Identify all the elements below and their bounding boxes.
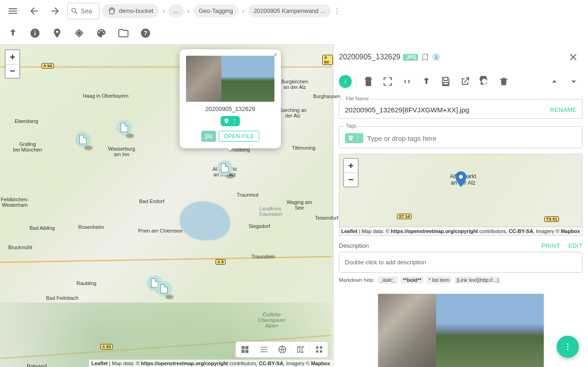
tags-field: Tags ⋮ bbox=[339, 126, 582, 148]
md-italic-chip: _italic_ bbox=[378, 276, 398, 284]
zoom-out-button[interactable]: − bbox=[6, 64, 19, 78]
breadcrumb-menu-button[interactable]: ⋮ bbox=[332, 6, 342, 15]
svg-rect-11 bbox=[345, 81, 346, 83]
fab-more-button[interactable] bbox=[557, 336, 579, 358]
mini-zoom-out[interactable]: − bbox=[344, 173, 358, 186]
filename-label: File Name bbox=[344, 96, 371, 101]
panel-title: 20200905_132629 bbox=[339, 53, 400, 61]
search-field[interactable] bbox=[67, 3, 99, 19]
edit-button[interactable]: EDIT bbox=[568, 242, 582, 249]
menu-button[interactable] bbox=[4, 2, 22, 20]
map-file-marker[interactable] bbox=[156, 281, 172, 297]
tag-location-chip[interactable]: ⋮ bbox=[345, 133, 363, 143]
svg-rect-1 bbox=[35, 32, 35, 35]
tags-input[interactable] bbox=[367, 134, 576, 142]
rename-button[interactable]: RENAME bbox=[550, 106, 576, 113]
next-item-button[interactable] bbox=[565, 73, 582, 90]
svg-rect-2 bbox=[35, 30, 35, 31]
more-icon: ⋮ bbox=[355, 135, 361, 141]
view-grid-button[interactable] bbox=[236, 342, 254, 357]
save-button[interactable] bbox=[437, 73, 454, 90]
view-map-button[interactable] bbox=[291, 342, 309, 357]
nav-forward-button[interactable] bbox=[46, 2, 64, 20]
details-panel: 20200905_132629 .JPG 1 bbox=[333, 44, 588, 367]
city-label: Burgkirchen an der Alz bbox=[281, 79, 309, 90]
upload-button[interactable] bbox=[4, 24, 22, 42]
breadcrumb-sep: › bbox=[186, 7, 191, 15]
description-label: Description bbox=[339, 242, 369, 249]
count-badge: 1 bbox=[432, 53, 440, 61]
city-label: Feldkirchen- Westerham bbox=[1, 197, 29, 208]
folder-button[interactable] bbox=[114, 24, 133, 42]
map-file-marker-active[interactable] bbox=[217, 160, 233, 176]
bookmark-icon[interactable] bbox=[421, 53, 429, 61]
panel-header: 20200905_132629 .JPG 1 bbox=[333, 44, 588, 70]
locate-me-button[interactable] bbox=[70, 24, 88, 42]
map-zoom-control: + − bbox=[5, 49, 20, 79]
popup-thumbnail[interactable] bbox=[186, 56, 274, 102]
refresh-button[interactable] bbox=[476, 73, 493, 90]
palette-button[interactable] bbox=[92, 24, 111, 42]
view-list-button[interactable] bbox=[254, 342, 273, 357]
breadcrumb-bucket-label: demo-bucket bbox=[119, 7, 153, 14]
popup-title: 20200905_132629 bbox=[186, 105, 274, 112]
pin-icon bbox=[223, 118, 230, 124]
open-external-button[interactable] bbox=[456, 73, 474, 90]
city-label: Garching an der Alz bbox=[279, 107, 307, 118]
md-list-chip: * list item bbox=[426, 276, 452, 284]
city-label: Traunreut bbox=[237, 192, 258, 198]
zoom-in-button[interactable]: + bbox=[6, 50, 19, 64]
map-file-marker[interactable] bbox=[75, 132, 91, 147]
mini-zoom-in[interactable]: + bbox=[344, 159, 358, 173]
topbar: demo-bucket › … › Geo-Tagging › 20200905… bbox=[0, 0, 588, 22]
city-label: Tittmoning bbox=[292, 145, 315, 151]
popup-location-badge[interactable]: ⋮ bbox=[221, 116, 240, 126]
city-label: Bad Aibling bbox=[29, 225, 55, 231]
detail-mini-map[interactable]: + − Altenmarkt an der Alz ST 14 TS 51 bbox=[339, 154, 582, 227]
breadcrumb-bucket[interactable]: demo-bucket bbox=[102, 4, 159, 18]
fullscreen-button[interactable] bbox=[379, 73, 396, 90]
description-box[interactable]: Double click to add description bbox=[339, 252, 582, 273]
filename-input[interactable] bbox=[345, 106, 547, 114]
map-toolbar: ? bbox=[0, 22, 588, 44]
view-tree-button[interactable] bbox=[309, 342, 328, 357]
panel-close-button[interactable] bbox=[564, 48, 582, 66]
location-pin-button[interactable] bbox=[48, 24, 66, 42]
svg-point-14 bbox=[567, 344, 568, 345]
breadcrumb-ellipsis[interactable]: … bbox=[169, 5, 184, 17]
help-button[interactable]: ? bbox=[136, 24, 155, 42]
print-button[interactable]: PRINT bbox=[541, 242, 560, 249]
city-label: Teisendorf bbox=[315, 215, 338, 221]
city-label: Bad Feilnbach bbox=[46, 295, 78, 301]
md-link-chip: [Link text](http://...) bbox=[454, 276, 501, 284]
upload-button[interactable] bbox=[418, 73, 435, 90]
panel-info-tab[interactable] bbox=[339, 75, 352, 88]
main-map[interactable]: A 94 A 94 A 8 A 93 Haag in Oberbayern Eb… bbox=[0, 44, 333, 367]
breadcrumb-file[interactable]: 20200905 Kampenwand ... bbox=[248, 5, 331, 17]
code-button[interactable] bbox=[398, 73, 416, 90]
svg-rect-9 bbox=[320, 350, 322, 353]
svg-point-15 bbox=[567, 346, 568, 347]
map-file-marker[interactable] bbox=[116, 120, 132, 135]
image-preview[interactable] bbox=[378, 294, 544, 367]
svg-point-16 bbox=[567, 349, 568, 350]
breadcrumb-folder[interactable]: Geo-Tagging bbox=[193, 5, 239, 17]
search-input[interactable] bbox=[81, 7, 94, 15]
popup-open-file-button[interactable]: OPEN FILE bbox=[219, 131, 259, 142]
city-label: Bad Endorf bbox=[139, 198, 164, 204]
mini-road-shield: TS 51 bbox=[544, 216, 559, 222]
city-label: Raubling bbox=[76, 280, 96, 286]
city-label: Burghausen bbox=[313, 93, 340, 99]
svg-rect-12 bbox=[345, 80, 346, 81]
clipboard-button[interactable] bbox=[360, 73, 377, 90]
tags-label: Tags bbox=[344, 123, 358, 128]
map-view-switcher bbox=[235, 341, 328, 358]
svg-text:?: ? bbox=[144, 29, 148, 37]
delete-button[interactable] bbox=[495, 73, 512, 90]
info-button[interactable] bbox=[26, 24, 44, 42]
nav-back-button[interactable] bbox=[25, 2, 43, 20]
view-aperture-button[interactable] bbox=[273, 342, 291, 357]
city-label: Bruckmühl bbox=[8, 245, 32, 250]
more-icon: ⋮ bbox=[232, 118, 237, 124]
prev-item-button[interactable] bbox=[546, 73, 563, 90]
